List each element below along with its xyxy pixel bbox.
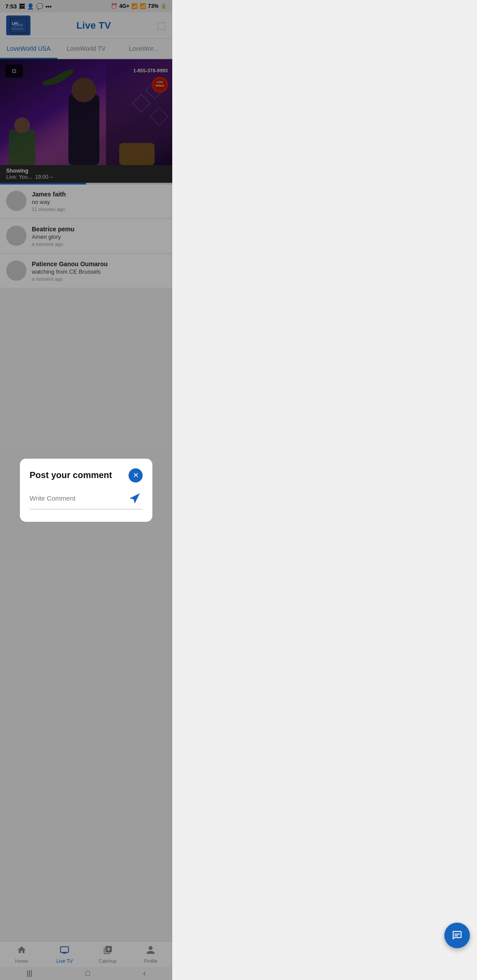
modal-overlay: Post your comment ✕ bbox=[0, 0, 172, 422]
